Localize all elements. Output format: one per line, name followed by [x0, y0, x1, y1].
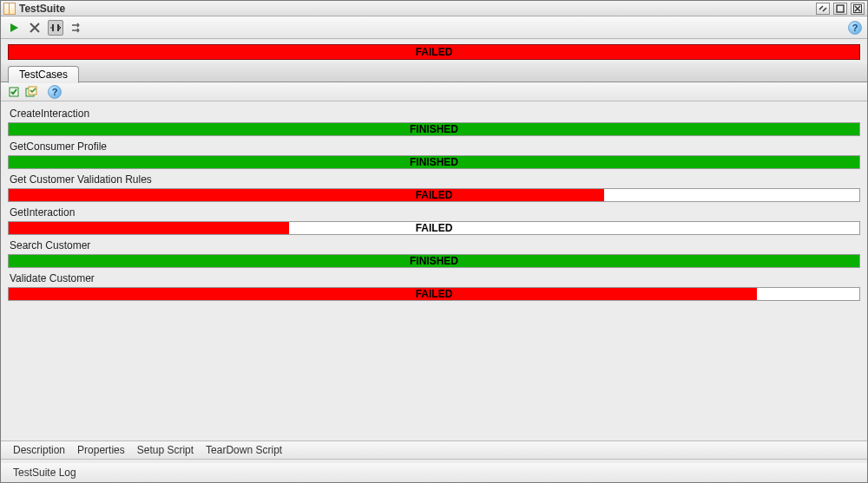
testcases-list: CreateInteractionFINISHEDGetConsumer Pro…: [1, 101, 867, 441]
minimize-button[interactable]: [816, 3, 830, 15]
testcase-row[interactable]: Validate CustomerFAILED: [8, 270, 860, 301]
testcase-row[interactable]: Get Customer Validation RulesFAILED: [8, 171, 860, 202]
parallel-toggle[interactable]: [48, 20, 63, 36]
progress-bar: FINISHED: [8, 254, 860, 268]
testcase-row[interactable]: GetInteractionFAILED: [8, 204, 860, 235]
progress-bar: FAILED: [8, 221, 860, 235]
testcases-toolbar: ?: [1, 82, 867, 101]
progress-bar: FINISHED: [8, 122, 860, 136]
progress-label: FAILED: [9, 288, 859, 300]
overall-status-row: FAILED: [1, 39, 867, 63]
testcase-name: Get Customer Validation Rules: [8, 171, 860, 188]
testsuite-icon: [3, 3, 16, 15]
log-label: TestSuite Log: [13, 467, 76, 479]
tab-properties[interactable]: Properties: [77, 444, 125, 456]
close-button[interactable]: [851, 3, 865, 15]
toolbar: ?: [1, 16, 867, 39]
overall-status-bar: FAILED: [8, 44, 860, 60]
progress-label: FINISHED: [9, 123, 859, 135]
svg-rect-0: [837, 5, 844, 12]
testcase-row[interactable]: CreateInteractionFINISHED: [8, 105, 860, 136]
bottom-tabs: Description Properties Setup Script Tear…: [1, 441, 867, 460]
log-bar[interactable]: TestSuite Log: [1, 460, 867, 482]
new-testcase-icon[interactable]: [8, 86, 20, 98]
help-icon[interactable]: ?: [848, 21, 862, 35]
testcase-name: GetConsumer Profile: [8, 138, 860, 155]
testcase-name: CreateInteraction: [8, 105, 860, 122]
new-testcase-with-step-icon[interactable]: [25, 86, 37, 98]
help-icon[interactable]: ?: [48, 85, 62, 99]
testcase-row[interactable]: Search CustomerFINISHED: [8, 237, 860, 268]
window-title: TestSuite: [19, 3, 816, 15]
progress-label: FINISHED: [9, 255, 859, 267]
tab-description[interactable]: Description: [13, 444, 65, 456]
tab-setup-script[interactable]: Setup Script: [137, 444, 194, 456]
tab-testcases[interactable]: TestCases: [8, 66, 79, 83]
progress-label: FAILED: [9, 189, 859, 201]
tab-row: TestCases: [1, 63, 867, 82]
cancel-button[interactable]: [27, 20, 43, 36]
progress-label: FAILED: [9, 222, 859, 234]
run-button[interactable]: [6, 20, 22, 36]
tab-label: TestCases: [19, 69, 68, 81]
tab-teardown-script[interactable]: TearDown Script: [206, 444, 282, 456]
progress-bar: FAILED: [8, 188, 860, 202]
progress-bar: FINISHED: [8, 155, 860, 169]
overall-status-label: FAILED: [416, 46, 453, 58]
maximize-button[interactable]: [833, 3, 847, 15]
sequential-button[interactable]: [69, 20, 84, 36]
testcase-row[interactable]: GetConsumer ProfileFINISHED: [8, 138, 860, 169]
progress-bar: FAILED: [8, 287, 860, 301]
window-controls: [816, 3, 865, 15]
testcase-name: GetInteraction: [8, 204, 860, 221]
testcase-name: Search Customer: [8, 237, 860, 254]
testcase-name: Validate Customer: [8, 270, 860, 287]
testsuite-window: TestSuite ? FAILED: [0, 0, 868, 483]
title-bar: TestSuite: [1, 1, 867, 16]
progress-label: FINISHED: [9, 156, 859, 168]
